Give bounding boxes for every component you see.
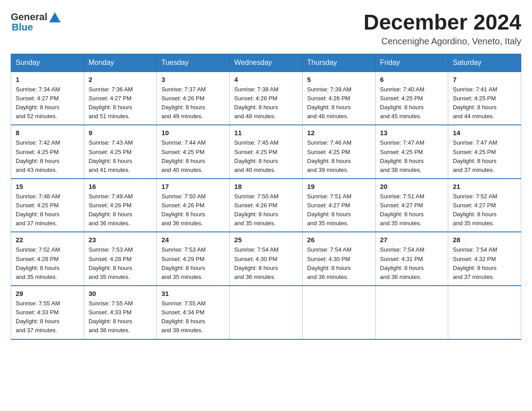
day-info: Sunrise: 7:54 AMSunset: 4:32 PMDaylight:… xyxy=(453,246,497,280)
day-info: Sunrise: 7:50 AMSunset: 4:26 PMDaylight:… xyxy=(161,193,206,227)
day-number: 24 xyxy=(161,236,225,244)
day-number: 13 xyxy=(380,129,444,137)
day-info: Sunrise: 7:37 AMSunset: 4:26 PMDaylight:… xyxy=(161,86,206,120)
day-number: 20 xyxy=(380,183,444,190)
day-number: 6 xyxy=(380,76,444,83)
location-text: Cencenighe Agordino, Veneto, Italy xyxy=(364,36,521,47)
header-thursday: Thursday xyxy=(302,54,375,72)
day-number: 31 xyxy=(161,290,225,297)
month-title: December 2024 xyxy=(364,11,521,34)
day-number: 4 xyxy=(234,76,298,83)
day-number: 17 xyxy=(161,183,225,190)
day-number: 14 xyxy=(453,129,516,137)
table-row: 3 Sunrise: 7:37 AMSunset: 4:26 PMDayligh… xyxy=(157,72,230,125)
table-row: 14 Sunrise: 7:47 AMSunset: 4:25 PMDaylig… xyxy=(448,125,521,179)
table-row: 9 Sunrise: 7:43 AMSunset: 4:25 PMDayligh… xyxy=(84,125,157,179)
day-info: Sunrise: 7:47 AMSunset: 4:25 PMDaylight:… xyxy=(380,139,425,173)
table-row: 22 Sunrise: 7:52 AMSunset: 4:28 PMDaylig… xyxy=(11,232,84,286)
calendar-week-row: 8 Sunrise: 7:42 AMSunset: 4:25 PMDayligh… xyxy=(11,125,521,179)
day-number: 21 xyxy=(453,183,516,190)
day-number: 2 xyxy=(89,76,152,83)
table-row xyxy=(230,286,303,339)
day-info: Sunrise: 7:54 AMSunset: 4:31 PMDaylight:… xyxy=(380,246,425,280)
day-number: 16 xyxy=(89,183,152,190)
day-number: 22 xyxy=(16,236,79,244)
day-number: 8 xyxy=(16,129,79,137)
table-row: 30 Sunrise: 7:55 AMSunset: 4:33 PMDaylig… xyxy=(84,286,157,339)
day-number: 7 xyxy=(453,76,516,83)
day-number: 26 xyxy=(307,236,371,244)
table-row: 7 Sunrise: 7:41 AMSunset: 4:25 PMDayligh… xyxy=(448,72,521,125)
table-row: 27 Sunrise: 7:54 AMSunset: 4:31 PMDaylig… xyxy=(375,232,448,286)
calendar-week-row: 29 Sunrise: 7:55 AMSunset: 4:33 PMDaylig… xyxy=(11,286,521,339)
day-number: 28 xyxy=(453,236,516,244)
table-row: 8 Sunrise: 7:42 AMSunset: 4:25 PMDayligh… xyxy=(11,125,84,179)
table-row: 15 Sunrise: 7:48 AMSunset: 4:25 PMDaylig… xyxy=(11,179,84,232)
day-number: 12 xyxy=(307,129,371,137)
day-number: 11 xyxy=(234,129,298,137)
day-info: Sunrise: 7:44 AMSunset: 4:25 PMDaylight:… xyxy=(161,139,206,173)
header-friday: Friday xyxy=(375,54,448,72)
day-info: Sunrise: 7:46 AMSunset: 4:25 PMDaylight:… xyxy=(307,139,352,173)
day-info: Sunrise: 7:43 AMSunset: 4:25 PMDaylight:… xyxy=(89,139,133,173)
table-row: 5 Sunrise: 7:39 AMSunset: 4:26 PMDayligh… xyxy=(302,72,375,125)
table-row: 24 Sunrise: 7:53 AMSunset: 4:29 PMDaylig… xyxy=(157,232,230,286)
table-row xyxy=(302,286,375,339)
day-number: 5 xyxy=(307,76,371,83)
calendar-table: Sunday Monday Tuesday Wednesday Thursday… xyxy=(11,54,521,340)
table-row: 16 Sunrise: 7:49 AMSunset: 4:26 PMDaylig… xyxy=(84,179,157,232)
table-row: 11 Sunrise: 7:45 AMSunset: 4:25 PMDaylig… xyxy=(230,125,303,179)
table-row: 28 Sunrise: 7:54 AMSunset: 4:32 PMDaylig… xyxy=(448,232,521,286)
table-row: 18 Sunrise: 7:50 AMSunset: 4:26 PMDaylig… xyxy=(230,179,303,232)
calendar-week-row: 1 Sunrise: 7:34 AMSunset: 4:27 PMDayligh… xyxy=(11,72,521,125)
table-row: 21 Sunrise: 7:52 AMSunset: 4:27 PMDaylig… xyxy=(448,179,521,232)
table-row: 25 Sunrise: 7:54 AMSunset: 4:30 PMDaylig… xyxy=(230,232,303,286)
day-number: 3 xyxy=(161,76,225,83)
day-info: Sunrise: 7:39 AMSunset: 4:26 PMDaylight:… xyxy=(307,86,352,120)
table-row: 13 Sunrise: 7:47 AMSunset: 4:25 PMDaylig… xyxy=(375,125,448,179)
day-number: 1 xyxy=(16,76,79,83)
day-info: Sunrise: 7:53 AMSunset: 4:28 PMDaylight:… xyxy=(89,246,133,280)
logo-blue-text: Blue xyxy=(12,21,33,33)
calendar-header-row: Sunday Monday Tuesday Wednesday Thursday… xyxy=(11,54,521,72)
table-row: 2 Sunrise: 7:36 AMSunset: 4:27 PMDayligh… xyxy=(84,72,157,125)
day-info: Sunrise: 7:50 AMSunset: 4:26 PMDaylight:… xyxy=(234,193,279,227)
day-info: Sunrise: 7:55 AMSunset: 4:34 PMDaylight:… xyxy=(161,300,206,334)
calendar-week-row: 15 Sunrise: 7:48 AMSunset: 4:25 PMDaylig… xyxy=(11,179,521,232)
page-header: General Blue December 2024 Cencenighe Ag… xyxy=(11,11,521,47)
table-row: 29 Sunrise: 7:55 AMSunset: 4:33 PMDaylig… xyxy=(11,286,84,339)
day-info: Sunrise: 7:54 AMSunset: 4:30 PMDaylight:… xyxy=(234,246,279,280)
day-info: Sunrise: 7:41 AMSunset: 4:25 PMDaylight:… xyxy=(453,86,497,120)
day-info: Sunrise: 7:53 AMSunset: 4:29 PMDaylight:… xyxy=(161,246,206,280)
table-row: 4 Sunrise: 7:38 AMSunset: 4:26 PMDayligh… xyxy=(230,72,303,125)
day-info: Sunrise: 7:45 AMSunset: 4:25 PMDaylight:… xyxy=(234,139,279,173)
day-info: Sunrise: 7:42 AMSunset: 4:25 PMDaylight:… xyxy=(16,139,60,173)
day-number: 10 xyxy=(161,129,225,137)
table-row: 10 Sunrise: 7:44 AMSunset: 4:25 PMDaylig… xyxy=(157,125,230,179)
day-info: Sunrise: 7:55 AMSunset: 4:33 PMDaylight:… xyxy=(16,300,60,334)
day-number: 18 xyxy=(234,183,298,190)
table-row: 1 Sunrise: 7:34 AMSunset: 4:27 PMDayligh… xyxy=(11,72,84,125)
table-row xyxy=(375,286,448,339)
table-row: 6 Sunrise: 7:40 AMSunset: 4:25 PMDayligh… xyxy=(375,72,448,125)
day-info: Sunrise: 7:34 AMSunset: 4:27 PMDaylight:… xyxy=(16,86,60,120)
day-info: Sunrise: 7:51 AMSunset: 4:27 PMDaylight:… xyxy=(307,193,352,227)
header-wednesday: Wednesday xyxy=(230,54,303,72)
day-info: Sunrise: 7:40 AMSunset: 4:25 PMDaylight:… xyxy=(380,86,425,120)
day-info: Sunrise: 7:52 AMSunset: 4:27 PMDaylight:… xyxy=(453,193,497,227)
table-row xyxy=(448,286,521,339)
day-info: Sunrise: 7:47 AMSunset: 4:25 PMDaylight:… xyxy=(453,139,497,173)
day-info: Sunrise: 7:38 AMSunset: 4:26 PMDaylight:… xyxy=(234,86,279,120)
day-number: 25 xyxy=(234,236,298,244)
day-number: 15 xyxy=(16,183,79,190)
table-row: 12 Sunrise: 7:46 AMSunset: 4:25 PMDaylig… xyxy=(302,125,375,179)
table-row: 17 Sunrise: 7:50 AMSunset: 4:26 PMDaylig… xyxy=(157,179,230,232)
day-number: 19 xyxy=(307,183,371,190)
day-number: 27 xyxy=(380,236,444,244)
day-info: Sunrise: 7:52 AMSunset: 4:28 PMDaylight:… xyxy=(16,246,60,280)
table-row: 26 Sunrise: 7:54 AMSunset: 4:30 PMDaylig… xyxy=(302,232,375,286)
day-info: Sunrise: 7:55 AMSunset: 4:33 PMDaylight:… xyxy=(89,300,133,334)
header-tuesday: Tuesday xyxy=(157,54,230,72)
day-info: Sunrise: 7:49 AMSunset: 4:26 PMDaylight:… xyxy=(89,193,133,227)
day-number: 23 xyxy=(89,236,152,244)
